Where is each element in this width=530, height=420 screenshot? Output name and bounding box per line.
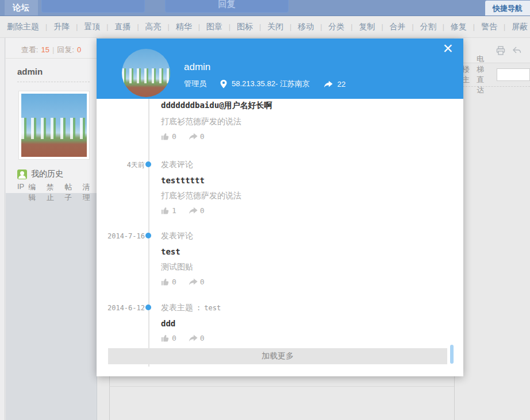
- share-button[interactable]: 0: [189, 132, 205, 141]
- timeline-item-header: 2014-7-16 发表评论: [161, 231, 443, 240]
- share-count: 0: [200, 132, 205, 141]
- toolbar-action[interactable]: 移动: [298, 22, 328, 32]
- replies-label: 回复:: [57, 45, 74, 55]
- like-button[interactable]: 0: [161, 132, 176, 141]
- timeline-item: 2014-7-16 发表评论 test 测试图贴 0 0: [161, 231, 443, 286]
- toolbar-action[interactable]: 升降: [53, 22, 84, 32]
- profile-group-label: 管理员: [184, 79, 206, 89]
- toolbar-action[interactable]: 屏蔽: [512, 22, 530, 32]
- like-count: 0: [172, 334, 176, 342]
- toolbar-action[interactable]: 分类: [328, 22, 359, 32]
- author-sidebar: 查看:15|回复:0 admin 我的历史 IP编辑禁止帖子清理: [6, 38, 97, 420]
- timeline-date: 2014-6-12: [97, 303, 145, 313]
- timeline-dot: [145, 305, 151, 310]
- profile-ip-location: 58.213.35.82- 江苏南京: [232, 79, 310, 89]
- load-more-button[interactable]: 加载更多: [108, 348, 447, 364]
- location-pin-icon: [220, 80, 227, 88]
- admin-action-link[interactable]: 清理: [83, 182, 97, 203]
- timeline-date: 2014-7-16: [97, 232, 145, 241]
- background-reply-button[interactable]: 回复: [165, 0, 289, 13]
- timeline-action: 发表评论: [161, 160, 193, 169]
- profile-avatar-image: [122, 49, 170, 97]
- timeline-item-title: ddd: [161, 319, 443, 328]
- like-button[interactable]: 0: [161, 334, 176, 342]
- like-count: 0: [172, 278, 176, 286]
- timeline-dot: [145, 233, 151, 238]
- timeline-item-stats: 1 0: [161, 206, 443, 215]
- timeline-action-separator: :: [197, 303, 201, 312]
- page-left-margin: [0, 38, 5, 420]
- admin-action-link[interactable]: IP: [17, 182, 24, 203]
- timeline-item: dddddddbaidu@用户名好长啊 打底衫范德萨发的说法 0 0: [161, 101, 443, 141]
- like-button[interactable]: 1: [161, 206, 176, 215]
- modal-scrollbar-thumb[interactable]: [450, 345, 454, 364]
- views-count: 15: [41, 45, 49, 54]
- timeline-item-desc: 测试图贴: [161, 262, 443, 272]
- background-post-button[interactable]: [41, 0, 145, 13]
- toolbar-action[interactable]: 直播: [114, 22, 145, 32]
- author-username-link[interactable]: admin: [17, 67, 43, 76]
- stats-separator: |: [52, 45, 54, 54]
- share-count: 0: [200, 334, 205, 342]
- profile-username: admin: [184, 61, 210, 73]
- elevator-input[interactable]: [497, 68, 530, 81]
- toolbar-action[interactable]: 高亮: [145, 22, 176, 32]
- timeline-item-title: dddddddbaidu@用户名好长啊: [161, 101, 443, 111]
- print-icon[interactable]: [496, 45, 506, 56]
- toolbar-action[interactable]: 分割: [420, 22, 451, 32]
- thread-stats: 查看:15|回复:0: [6, 41, 97, 59]
- admin-action-links: IP编辑禁止帖子清理: [17, 182, 97, 203]
- timeline-item-stats: 0 0: [161, 278, 443, 286]
- replies-count: 0: [77, 45, 81, 54]
- share-button[interactable]: 0: [189, 206, 205, 215]
- timeline-date: 4天前: [97, 160, 145, 169]
- timeline-item: 2014-6-12 发表主题 : test ddd 0 0: [161, 303, 443, 342]
- next-post-top-border: [109, 386, 454, 387]
- profile-share-count: 22: [337, 80, 345, 88]
- timeline-item-desc: 打底衫范德萨发的说法: [161, 191, 443, 201]
- admin-action-link[interactable]: 编辑: [28, 182, 42, 203]
- share-count: 0: [200, 278, 205, 286]
- moderation-toolbar: 删除主题升降置顶直播高亮精华图章图标关闭移动分类复制合并分割修复警告屏蔽标签: [0, 17, 530, 38]
- post-actions-strip: [454, 38, 530, 63]
- admin-action-link[interactable]: 帖子: [64, 182, 78, 203]
- user-card-icon: [17, 169, 27, 179]
- toolbar-action[interactable]: 关闭: [267, 22, 298, 32]
- elevator-label: 电梯直达: [477, 54, 490, 95]
- share-button[interactable]: 0: [189, 278, 205, 286]
- views-label: 查看:: [21, 45, 39, 55]
- profile-meta-row: 管理员 58.213.35.82- 江苏南京 22: [184, 79, 345, 89]
- content-left-border: [109, 376, 110, 420]
- timeline-action: 发表主题: [161, 303, 193, 312]
- my-history-label: 我的历史: [31, 169, 63, 179]
- profile-avatar[interactable]: [122, 49, 170, 97]
- my-history-link[interactable]: 我的历史: [17, 169, 63, 179]
- timeline-item-title: testttttt: [161, 176, 443, 185]
- quick-nav-button[interactable]: 快捷导航: [485, 1, 530, 16]
- toolbar-action[interactable]: 删除主题: [7, 22, 53, 32]
- toolbar-action[interactable]: 置顶: [84, 22, 114, 32]
- toolbar-action[interactable]: 修复: [451, 22, 481, 32]
- admin-action-link[interactable]: 禁止: [47, 182, 60, 203]
- toolbar-action[interactable]: 图标: [237, 22, 267, 32]
- toolbar-action[interactable]: 图章: [206, 22, 237, 32]
- profile-modal-header: admin 管理员 58.213.35.82- 江苏南京 22 ×: [97, 38, 463, 99]
- share-button[interactable]: 0: [189, 334, 205, 342]
- timeline-item-stats: 0 0: [161, 132, 443, 141]
- share-count-icon: [324, 80, 333, 88]
- toolbar-action[interactable]: 合并: [390, 22, 420, 32]
- author-avatar-photo[interactable]: [18, 91, 90, 160]
- close-icon[interactable]: ×: [443, 40, 453, 57]
- floor-elevator-row: 楼主 电梯直达: [454, 63, 530, 87]
- like-count: 0: [172, 132, 176, 141]
- nav-tab-forum[interactable]: 论坛: [5, 0, 38, 16]
- toolbar-action[interactable]: 复制: [359, 22, 389, 32]
- timeline-action: 发表评论: [161, 231, 193, 240]
- reply-arrow-icon[interactable]: [512, 45, 522, 56]
- top-navbar: 回复 论坛 快捷导航: [0, 0, 530, 16]
- toolbar-action[interactable]: 警告: [481, 22, 512, 32]
- toolbar-action[interactable]: 精华: [176, 22, 206, 32]
- like-count: 1: [172, 206, 176, 215]
- sidebar-divider: [17, 82, 90, 82]
- like-button[interactable]: 0: [161, 278, 176, 286]
